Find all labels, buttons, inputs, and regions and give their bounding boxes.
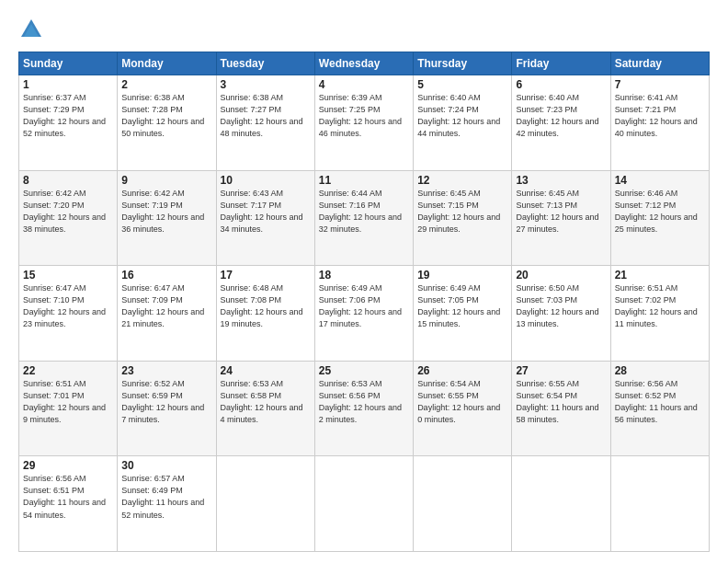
weekday-header-saturday: Saturday — [610, 52, 709, 75]
day-number: 4 — [319, 78, 409, 91]
day-cell-13: 13Sunrise: 6:45 AMSunset: 7:13 PMDayligh… — [512, 170, 610, 266]
day-cell-15: 15Sunrise: 6:47 AMSunset: 7:10 PMDayligh… — [19, 266, 118, 362]
empty-cell — [314, 456, 413, 552]
day-info: Sunrise: 6:49 AMSunset: 7:06 PMDaylight:… — [319, 282, 409, 330]
day-number: 5 — [417, 78, 507, 91]
day-number: 19 — [417, 269, 507, 282]
day-cell-30: 30Sunrise: 6:57 AMSunset: 6:49 PMDayligh… — [118, 456, 216, 552]
day-number: 9 — [121, 174, 211, 187]
day-info: Sunrise: 6:47 AMSunset: 7:09 PMDaylight:… — [121, 282, 211, 330]
day-cell-2: 2Sunrise: 6:38 AMSunset: 7:28 PMDaylight… — [118, 75, 216, 171]
day-cell-16: 16Sunrise: 6:47 AMSunset: 7:09 PMDayligh… — [118, 266, 216, 362]
calendar-table: SundayMondayTuesdayWednesdayThursdayFrid… — [18, 52, 710, 552]
day-number: 28 — [615, 364, 705, 377]
day-cell-5: 5Sunrise: 6:40 AMSunset: 7:24 PMDaylight… — [414, 75, 512, 171]
day-number: 18 — [319, 269, 409, 282]
day-number: 26 — [417, 364, 507, 377]
weekday-header-wednesday: Wednesday — [314, 52, 413, 75]
day-cell-3: 3Sunrise: 6:38 AMSunset: 7:27 PMDaylight… — [216, 75, 314, 171]
empty-cell — [414, 456, 512, 552]
day-info: Sunrise: 6:42 AMSunset: 7:20 PMDaylight:… — [23, 188, 113, 236]
day-cell-26: 26Sunrise: 6:54 AMSunset: 6:55 PMDayligh… — [414, 361, 512, 456]
day-number: 29 — [23, 459, 113, 472]
day-info: Sunrise: 6:41 AMSunset: 7:21 PMDaylight:… — [615, 92, 705, 140]
day-info: Sunrise: 6:53 AMSunset: 6:56 PMDaylight:… — [319, 378, 409, 426]
day-number: 16 — [121, 269, 211, 282]
day-cell-14: 14Sunrise: 6:46 AMSunset: 7:12 PMDayligh… — [610, 170, 709, 266]
weekday-header-tuesday: Tuesday — [216, 52, 314, 75]
day-cell-20: 20Sunrise: 6:50 AMSunset: 7:03 PMDayligh… — [512, 266, 610, 362]
empty-cell — [512, 456, 610, 552]
calendar-page: SundayMondayTuesdayWednesdayThursdayFrid… — [0, 0, 728, 563]
day-info: Sunrise: 6:54 AMSunset: 6:55 PMDaylight:… — [417, 378, 507, 426]
day-number: 10 — [221, 174, 311, 187]
day-cell-23: 23Sunrise: 6:52 AMSunset: 6:59 PMDayligh… — [118, 361, 216, 456]
day-number: 11 — [319, 174, 409, 187]
day-info: Sunrise: 6:49 AMSunset: 7:05 PMDaylight:… — [417, 282, 507, 330]
day-number: 12 — [417, 174, 507, 187]
day-number: 14 — [615, 174, 705, 187]
day-info: Sunrise: 6:42 AMSunset: 7:19 PMDaylight:… — [121, 188, 211, 236]
day-cell-28: 28Sunrise: 6:56 AMSunset: 6:52 PMDayligh… — [610, 361, 709, 456]
day-cell-4: 4Sunrise: 6:39 AMSunset: 7:25 PMDaylight… — [314, 75, 413, 171]
day-info: Sunrise: 6:38 AMSunset: 7:27 PMDaylight:… — [221, 92, 311, 140]
day-cell-18: 18Sunrise: 6:49 AMSunset: 7:06 PMDayligh… — [314, 266, 413, 362]
weekday-header-friday: Friday — [512, 52, 610, 75]
day-cell-29: 29Sunrise: 6:56 AMSunset: 6:51 PMDayligh… — [19, 456, 118, 552]
day-cell-12: 12Sunrise: 6:45 AMSunset: 7:15 PMDayligh… — [414, 170, 512, 266]
day-number: 7 — [615, 78, 705, 91]
empty-cell — [610, 456, 709, 552]
day-number: 13 — [516, 174, 606, 187]
day-info: Sunrise: 6:38 AMSunset: 7:28 PMDaylight:… — [121, 92, 211, 140]
day-number: 17 — [221, 269, 311, 282]
day-cell-21: 21Sunrise: 6:51 AMSunset: 7:02 PMDayligh… — [610, 266, 709, 362]
week-row-4: 22Sunrise: 6:51 AMSunset: 7:01 PMDayligh… — [19, 361, 710, 456]
day-cell-11: 11Sunrise: 6:44 AMSunset: 7:16 PMDayligh… — [314, 170, 413, 266]
day-info: Sunrise: 6:52 AMSunset: 6:59 PMDaylight:… — [121, 378, 211, 426]
day-number: 22 — [23, 364, 113, 377]
day-cell-8: 8Sunrise: 6:42 AMSunset: 7:20 PMDaylight… — [19, 170, 118, 266]
day-info: Sunrise: 6:47 AMSunset: 7:10 PMDaylight:… — [23, 282, 113, 330]
day-number: 25 — [319, 364, 409, 377]
day-cell-24: 24Sunrise: 6:53 AMSunset: 6:58 PMDayligh… — [216, 361, 314, 456]
week-row-3: 15Sunrise: 6:47 AMSunset: 7:10 PMDayligh… — [19, 266, 710, 362]
day-number: 15 — [23, 269, 113, 282]
day-info: Sunrise: 6:51 AMSunset: 7:02 PMDaylight:… — [615, 282, 705, 330]
day-cell-19: 19Sunrise: 6:49 AMSunset: 7:05 PMDayligh… — [414, 266, 512, 362]
day-info: Sunrise: 6:45 AMSunset: 7:13 PMDaylight:… — [516, 188, 606, 236]
day-number: 3 — [221, 78, 311, 91]
day-number: 27 — [516, 364, 606, 377]
day-info: Sunrise: 6:48 AMSunset: 7:08 PMDaylight:… — [221, 282, 311, 330]
day-cell-9: 9Sunrise: 6:42 AMSunset: 7:19 PMDaylight… — [118, 170, 216, 266]
day-info: Sunrise: 6:50 AMSunset: 7:03 PMDaylight:… — [516, 282, 606, 330]
weekday-header-thursday: Thursday — [414, 52, 512, 75]
day-cell-17: 17Sunrise: 6:48 AMSunset: 7:08 PMDayligh… — [216, 266, 314, 362]
day-number: 23 — [121, 364, 211, 377]
day-number: 2 — [121, 78, 211, 91]
day-cell-22: 22Sunrise: 6:51 AMSunset: 7:01 PMDayligh… — [19, 361, 118, 456]
logo — [18, 17, 48, 42]
day-info: Sunrise: 6:51 AMSunset: 7:01 PMDaylight:… — [23, 378, 113, 426]
week-row-2: 8Sunrise: 6:42 AMSunset: 7:20 PMDaylight… — [19, 170, 710, 266]
day-number: 24 — [221, 364, 311, 377]
day-info: Sunrise: 6:40 AMSunset: 7:23 PMDaylight:… — [516, 92, 606, 140]
week-row-5: 29Sunrise: 6:56 AMSunset: 6:51 PMDayligh… — [19, 456, 710, 552]
day-info: Sunrise: 6:53 AMSunset: 6:58 PMDaylight:… — [221, 378, 311, 426]
day-number: 8 — [23, 174, 113, 187]
day-info: Sunrise: 6:45 AMSunset: 7:15 PMDaylight:… — [417, 188, 507, 236]
day-info: Sunrise: 6:46 AMSunset: 7:12 PMDaylight:… — [615, 188, 705, 236]
day-info: Sunrise: 6:56 AMSunset: 6:52 PMDaylight:… — [615, 378, 705, 426]
day-info: Sunrise: 6:57 AMSunset: 6:49 PMDaylight:… — [121, 473, 211, 521]
day-info: Sunrise: 6:43 AMSunset: 7:17 PMDaylight:… — [221, 188, 311, 236]
day-number: 6 — [516, 78, 606, 91]
weekday-header-row: SundayMondayTuesdayWednesdayThursdayFrid… — [19, 52, 710, 75]
weekday-header-monday: Monday — [118, 52, 216, 75]
day-number: 20 — [516, 269, 606, 282]
day-info: Sunrise: 6:39 AMSunset: 7:25 PMDaylight:… — [319, 92, 409, 140]
day-number: 21 — [615, 269, 705, 282]
week-row-1: 1Sunrise: 6:37 AMSunset: 7:29 PMDaylight… — [19, 75, 710, 171]
day-cell-6: 6Sunrise: 6:40 AMSunset: 7:23 PMDaylight… — [512, 75, 610, 171]
day-info: Sunrise: 6:44 AMSunset: 7:16 PMDaylight:… — [319, 188, 409, 236]
logo-icon — [18, 17, 44, 42]
day-cell-27: 27Sunrise: 6:55 AMSunset: 6:54 PMDayligh… — [512, 361, 610, 456]
